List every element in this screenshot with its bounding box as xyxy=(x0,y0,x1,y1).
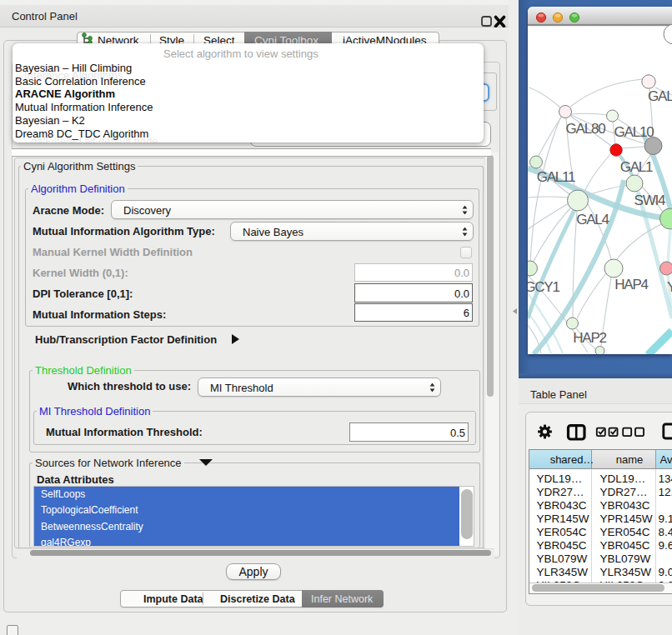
svg-text:GCY1: GCY1 xyxy=(528,279,559,295)
svg-text:GAL4: GAL4 xyxy=(576,212,609,228)
svg-text:GAL2: GAL2 xyxy=(648,88,672,104)
svg-text:GAL1: GAL1 xyxy=(620,159,653,175)
svg-text:GAL11: GAL11 xyxy=(537,169,575,185)
svg-text:GAL80: GAL80 xyxy=(566,121,606,137)
svg-text:YJL2: YJL2 xyxy=(667,279,672,295)
svg-text:SWI4: SWI4 xyxy=(634,192,666,208)
svg-text:HAP2: HAP2 xyxy=(573,330,606,346)
svg-text:HAP4: HAP4 xyxy=(614,277,648,292)
svg-text:GAL10: GAL10 xyxy=(614,124,654,140)
